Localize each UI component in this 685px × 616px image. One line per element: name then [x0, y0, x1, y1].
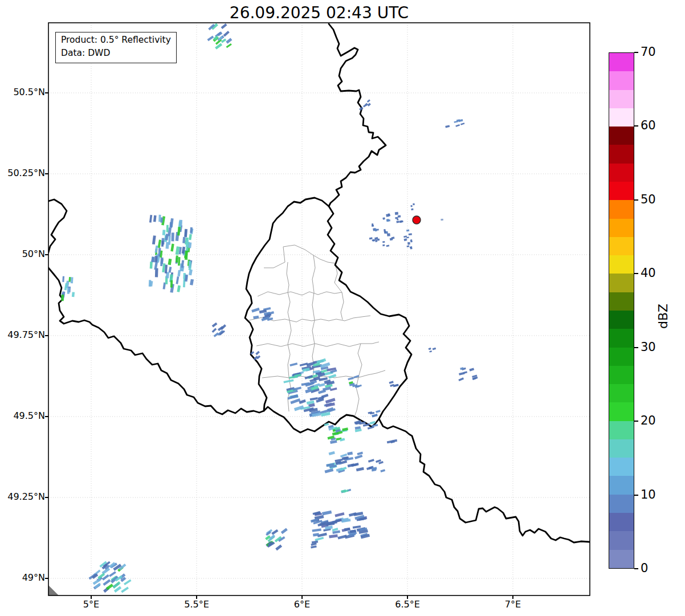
- echo-cluster-cluster-o: [387, 439, 397, 444]
- echo-bin: [212, 323, 218, 328]
- echo-bin: [67, 288, 70, 294]
- echo-cluster-speckle-v5: [369, 237, 380, 242]
- y-axis-tick: [45, 497, 48, 498]
- y-axis-tick: [45, 173, 48, 174]
- echo-cluster-west-cluster: [149, 215, 194, 293]
- echo-bin: [189, 261, 191, 270]
- echo-cluster-cluster-p: [324, 451, 364, 474]
- echo-cluster-speckle-v8: [441, 219, 443, 221]
- echo-bin: [62, 276, 64, 282]
- echo-bin: [154, 256, 157, 262]
- echo-cluster-cluster-k: [389, 381, 398, 387]
- echo-bin: [367, 99, 370, 103]
- echo-bin: [407, 242, 410, 244]
- colorbar-tick-label: 70: [641, 45, 656, 59]
- y-tick-label: 49.75°N: [0, 329, 45, 340]
- colorbar-tick: [634, 495, 638, 496]
- echo-bin: [165, 234, 169, 240]
- colorbar-tick-label: 60: [641, 119, 656, 132]
- echo-bin: [375, 240, 377, 242]
- echo-bin: [410, 239, 413, 242]
- colorbar-segment: [609, 513, 634, 531]
- x-tick-label: 6.5°E: [395, 599, 420, 610]
- y-tick-label: 50.5°N: [0, 87, 45, 97]
- y-axis-tick: [45, 335, 48, 336]
- echo-bin: [103, 579, 111, 586]
- echo-bin: [290, 398, 300, 404]
- colorbar-segment: [609, 495, 634, 513]
- echo-bin: [189, 270, 193, 276]
- echo-cluster-south-cluster: [311, 511, 370, 541]
- colorbar-segment: [609, 311, 634, 329]
- border-belgium-france-north: [48, 199, 67, 252]
- echo-bin: [185, 275, 187, 280]
- echo-bin: [221, 23, 227, 29]
- echo-bin: [387, 233, 390, 236]
- echo-cluster-speckle-v7: [403, 229, 413, 249]
- echo-bin: [328, 374, 336, 378]
- echo-bin: [399, 221, 402, 223]
- echo-bin: [212, 328, 217, 333]
- echo-cluster-left-edge-cluster: [61, 276, 75, 301]
- colorbar-tick: [634, 347, 638, 348]
- echo-bin: [72, 292, 75, 297]
- echo-bin: [403, 238, 407, 241]
- echo-bin: [445, 125, 450, 128]
- colorbar-segment: [609, 550, 634, 568]
- echo-bin: [121, 587, 129, 593]
- colorbar-tick-label: 0: [641, 561, 648, 575]
- country-borders: [48, 24, 590, 542]
- echo-cluster-speckle-v1: [372, 223, 379, 231]
- echo-bin: [172, 232, 174, 241]
- radar-site-marker: [413, 216, 421, 224]
- colorbar-tick-label: 40: [641, 266, 656, 280]
- echo-bin: [389, 381, 393, 384]
- echo-bin: [353, 525, 361, 529]
- colorbar-segment: [609, 53, 634, 71]
- echo-cluster-cluster-n2: [354, 420, 378, 433]
- echo-bin: [283, 379, 293, 383]
- echo-bin: [271, 529, 278, 535]
- colorbar-segment: [609, 531, 634, 549]
- colorbar-tick: [634, 199, 638, 201]
- echo-bin: [169, 222, 172, 228]
- echo-cluster-speckle-v4: [410, 203, 415, 211]
- echo-bin: [382, 244, 385, 246]
- echo-bin: [184, 229, 187, 237]
- echo-bin: [429, 348, 431, 350]
- gridlines: [48, 23, 590, 595]
- x-tick-label: 7°E: [505, 599, 521, 610]
- echo-cluster-top-edge: [207, 23, 232, 50]
- y-axis-tick: [45, 92, 48, 93]
- echo-bin: [335, 512, 344, 517]
- echo-bin: [369, 237, 373, 239]
- colorbar-segment: [609, 108, 634, 127]
- data-source-line: Data: DWD: [61, 47, 171, 60]
- colorbar-tick: [634, 52, 638, 53]
- plot-frame: [48, 23, 590, 595]
- colorbar-segment: [609, 421, 634, 439]
- echo-bin: [281, 528, 288, 535]
- echo-bin: [106, 584, 113, 590]
- echo-bin: [386, 214, 389, 217]
- echo-bin: [395, 212, 398, 215]
- colorbar-tick: [634, 421, 638, 422]
- x-tick-label: 5°E: [83, 599, 99, 610]
- echo-bin: [380, 469, 385, 472]
- echo-bin: [368, 459, 374, 462]
- echo-bin: [330, 440, 337, 444]
- echo-cluster-speckle-v3: [395, 212, 403, 223]
- echo-bin: [382, 241, 385, 243]
- echo-bin: [168, 259, 172, 265]
- echo-bin: [357, 452, 363, 455]
- canton-border-line: [258, 292, 342, 296]
- echo-bin: [275, 544, 282, 550]
- echo-bin: [124, 579, 131, 585]
- echo-bin: [329, 451, 335, 455]
- echo-cluster-cluster-r: [341, 489, 351, 493]
- echo-bin: [312, 541, 318, 544]
- echo-cluster-southwest-cluster: [88, 561, 131, 593]
- canton-border-line: [354, 344, 362, 417]
- echo-bin: [413, 203, 415, 206]
- colorbar-segment: [609, 219, 634, 237]
